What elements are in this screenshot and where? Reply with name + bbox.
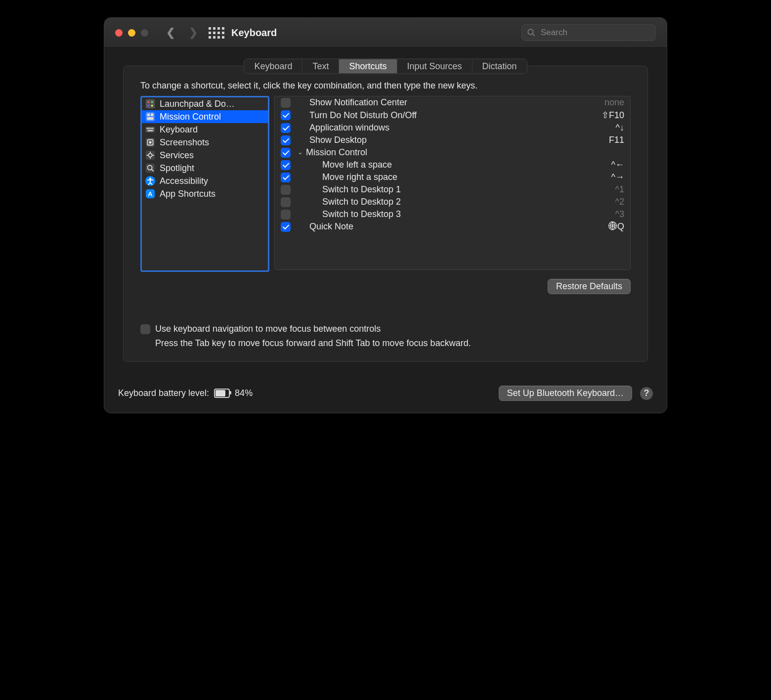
window-title: Keyboard [231, 27, 277, 39]
category-screenshot[interactable]: Screenshots [142, 136, 268, 149]
svg-rect-9 [151, 114, 154, 117]
shortcut-checkbox[interactable] [281, 135, 291, 145]
shortcut-label: Move left a space [298, 160, 611, 170]
shortcut-row[interactable]: Move right a space^→ [275, 171, 630, 183]
search-icon [527, 28, 536, 37]
svg-point-5 [148, 105, 150, 107]
disclosure-icon[interactable]: ⌄ [298, 148, 303, 156]
svg-rect-8 [147, 114, 150, 117]
category-keyboard[interactable]: Keyboard [142, 123, 268, 136]
svg-point-4 [151, 101, 153, 103]
shortcut-key[interactable]: ^2 [615, 197, 624, 207]
shortcut-row[interactable]: Switch to Desktop 3^3 [275, 208, 630, 220]
shortcut-label: Turn Do Not Disturb On/Off [298, 110, 601, 121]
shortcut-row[interactable]: Move left a space^← [275, 159, 630, 171]
shortcut-row[interactable]: Quick Note🌐︎Q [275, 220, 630, 233]
shortcut-row[interactable]: Show DesktopF11 [275, 134, 630, 146]
shortcut-checkbox[interactable] [281, 98, 291, 108]
shortcut-row[interactable]: Switch to Desktop 1^1 [275, 183, 630, 196]
shortcut-label: Switch to Desktop 3 [298, 209, 615, 219]
tab-dictation[interactable]: Dictation [472, 59, 527, 74]
battery-icon [214, 389, 230, 398]
shortcut-checkbox[interactable] [281, 173, 291, 182]
shortcuts-list[interactable]: Show Notification CenternoneTurn Do Not … [274, 96, 631, 270]
restore-defaults-button[interactable]: Restore Defaults [548, 279, 631, 294]
titlebar: ❮ ❯ Keyboard [104, 18, 667, 48]
shortcut-checkbox[interactable] [281, 123, 291, 133]
launchpad-icon [145, 98, 156, 109]
shortcut-key[interactable]: 🌐︎Q [608, 221, 624, 232]
category-launchpad[interactable]: Launchpad & Do… [142, 97, 268, 110]
shortcut-row[interactable]: Show Notification Centernone [275, 96, 630, 109]
keyboard-navigation-label: Use keyboard navigation to move focus be… [155, 324, 381, 334]
forward-button[interactable]: ❯ [189, 26, 198, 39]
shortcut-key[interactable]: ^1 [615, 184, 624, 195]
back-button[interactable]: ❮ [166, 26, 175, 39]
category-label: Spotlight [160, 163, 194, 174]
svg-point-0 [528, 29, 533, 35]
category-app[interactable]: AApp Shortcuts [142, 187, 268, 200]
shortcut-row[interactable]: Application windows^↓ [275, 122, 630, 134]
preferences-window: ❮ ❯ Keyboard KeyboardTextShortcutsInput … [104, 17, 667, 413]
screenshot-icon [145, 137, 156, 148]
tab-text[interactable]: Text [302, 59, 339, 74]
svg-rect-7 [146, 112, 155, 121]
panel: KeyboardTextShortcutsInput SourcesDictat… [123, 66, 648, 362]
shortcut-key[interactable]: none [604, 97, 624, 108]
shortcut-key[interactable]: F11 [609, 135, 624, 145]
shortcut-key[interactable]: ^↓ [616, 123, 624, 133]
gear-icon [145, 150, 156, 161]
category-gear[interactable]: Services [142, 149, 268, 162]
category-mission[interactable]: Mission Control [142, 110, 268, 123]
shortcut-checkbox[interactable] [281, 160, 291, 170]
search-input[interactable] [540, 27, 650, 38]
category-label: Launchpad & Do… [160, 99, 235, 109]
tab-keyboard[interactable]: Keyboard [244, 59, 302, 74]
shortcut-checkbox[interactable] [281, 197, 291, 207]
shortcut-key[interactable]: ^3 [615, 209, 624, 219]
instruction-text: To change a shortcut, select it, click t… [140, 81, 631, 91]
category-label: Screenshots [160, 137, 209, 148]
show-all-icon[interactable] [209, 27, 224, 39]
svg-point-30 [149, 177, 151, 179]
shortcut-row[interactable]: Turn Do Not Disturb On/Off⇧F10 [275, 109, 630, 122]
category-list[interactable]: Launchpad & Do…Mission ControlKeyboardSc… [140, 96, 269, 272]
svg-point-6 [151, 105, 153, 107]
shortcut-key[interactable]: ^← [611, 160, 624, 170]
nav-buttons: ❮ ❯ [166, 26, 198, 39]
battery-label: Keyboard battery level: [118, 388, 209, 398]
search-field[interactable] [521, 24, 656, 41]
shortcut-key[interactable]: ⇧F10 [601, 110, 624, 121]
tab-shortcuts[interactable]: Shortcuts [339, 59, 397, 74]
shortcut-checkbox[interactable] [281, 222, 291, 232]
tab-input-sources[interactable]: Input Sources [397, 59, 472, 74]
category-accessibility[interactable]: Accessibility [142, 175, 268, 187]
shortcut-label: Show Notification Center [298, 97, 604, 108]
minimize-button[interactable] [128, 29, 135, 37]
category-spotlight[interactable]: Spotlight [142, 162, 268, 175]
shortcut-checkbox[interactable] [281, 148, 291, 158]
keyboard-navigation-checkbox[interactable] [140, 324, 150, 334]
category-label: App Shortcuts [160, 189, 215, 199]
tabs-container: KeyboardTextShortcutsInput SourcesDictat… [124, 59, 647, 74]
shortcut-label: Quick Note [298, 221, 608, 232]
shortcut-label: Move right a space [298, 172, 611, 182]
svg-text:A: A [148, 190, 152, 198]
shortcut-checkbox[interactable] [281, 110, 291, 120]
help-button[interactable]: ? [640, 387, 653, 400]
svg-rect-12 [147, 128, 148, 129]
setup-bluetooth-button[interactable]: Set Up Bluetooth Keyboard… [499, 386, 632, 401]
app-icon: A [145, 188, 156, 199]
shortcut-row[interactable]: ⌄Mission Control [275, 146, 630, 159]
category-label: Services [160, 150, 194, 161]
close-button[interactable] [115, 29, 123, 37]
shortcut-checkbox[interactable] [281, 185, 291, 195]
shortcut-key[interactable]: ^→ [611, 172, 624, 182]
svg-rect-10 [147, 117, 154, 120]
svg-rect-11 [146, 127, 155, 132]
zoom-button[interactable] [141, 29, 148, 37]
category-label: Keyboard [160, 125, 198, 135]
shortcut-checkbox[interactable] [281, 210, 291, 219]
shortcut-row[interactable]: Switch to Desktop 2^2 [275, 196, 630, 208]
shortcut-label: Switch to Desktop 1 [298, 184, 615, 195]
